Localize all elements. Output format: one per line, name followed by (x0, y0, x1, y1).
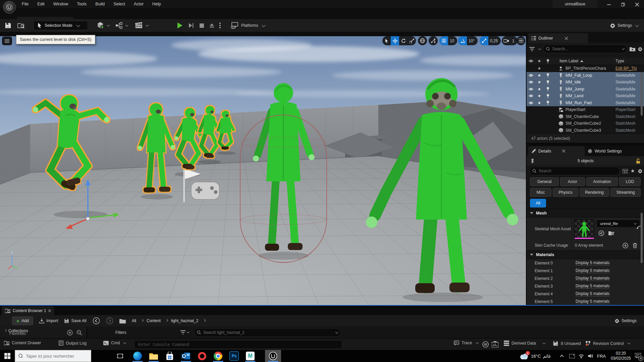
stats-capture-icon[interactable] (492, 341, 498, 348)
star-icon[interactable]: ★ (535, 80, 543, 84)
task-view-button[interactable] (113, 350, 127, 362)
tab-world-settings[interactable]: World Settings (585, 146, 625, 156)
tab-outliner[interactable]: Outliner (528, 33, 588, 43)
eye-icon[interactable] (527, 94, 535, 98)
viewport-options-menu[interactable] (2, 37, 12, 45)
blueprints-button[interactable] (114, 21, 129, 30)
eye-icon[interactable] (527, 87, 535, 91)
close-icon[interactable] (565, 37, 568, 40)
browse-to-asset-icon[interactable] (608, 230, 615, 236)
collection-search-icon[interactable] (76, 330, 83, 336)
menu-file[interactable]: File (17, 0, 33, 8)
cmd-dropdown[interactable]: Cmd (103, 341, 126, 345)
display-materials-link[interactable]: Display 5 materials (576, 291, 609, 296)
column-type-label[interactable]: Type (615, 59, 624, 63)
filter-chip-all[interactable]: All (530, 199, 546, 207)
notification-center-button[interactable]: 4 (632, 350, 644, 362)
tray-language[interactable]: FRA (596, 350, 607, 362)
scale-snap-value[interactable]: 0,25 (488, 39, 501, 43)
eye-icon[interactable] (527, 80, 535, 84)
content-drawer-button[interactable]: Content Drawer (4, 341, 41, 345)
taskbar-chrome[interactable] (211, 350, 225, 362)
filter-chip-animation[interactable]: Animation (586, 177, 618, 186)
visibility-column-eye-icon[interactable] (527, 59, 535, 63)
stop-button[interactable] (197, 21, 206, 30)
favorite-column-star-icon[interactable]: ★ (535, 59, 543, 63)
details-search[interactable] (529, 167, 620, 175)
save-button[interactable] (3, 21, 13, 30)
filter-chip-misc[interactable]: Misc (530, 188, 551, 197)
rotation-snap-pill[interactable]: 10° (458, 36, 478, 45)
skeletal-mesh-asset-dropdown[interactable]: unreal_file (596, 220, 640, 228)
save-all-button[interactable]: Save All (64, 318, 86, 323)
filter-chip-streaming[interactable]: Streaming (610, 188, 641, 197)
tab-details[interactable]: Details (528, 146, 585, 156)
outliner-search[interactable] (543, 45, 627, 53)
tab-content-browser[interactable]: Content Browser 1 (2, 306, 54, 315)
details-settings-gear-icon[interactable] (638, 169, 643, 174)
details-scrollbar[interactable] (641, 213, 643, 263)
taskbar-photoshop[interactable]: Ps (227, 350, 241, 362)
outliner-row-mm-run-fwd[interactable]: ★ MM_Run_Fwd SkeletalMe (527, 100, 644, 107)
content-browser-search-input[interactable] (203, 330, 332, 335)
filter-chip-physics[interactable]: Physics (553, 188, 578, 197)
import-button[interactable]: Import (39, 318, 58, 323)
move-tool-button[interactable] (391, 36, 399, 45)
star-icon[interactable]: ★ (535, 94, 543, 98)
console-command-input[interactable] (138, 342, 339, 347)
display-options-icon[interactable] (623, 169, 628, 173)
play-button[interactable] (175, 21, 184, 30)
filter-chip-rendering[interactable]: Rendering (580, 188, 609, 197)
taskbar-search-box[interactable] (15, 350, 91, 362)
display-materials-link[interactable]: Display 5 materials (576, 299, 609, 304)
cinematics-button[interactable] (133, 21, 150, 30)
skip-frame-button[interactable] (186, 21, 195, 30)
menu-select[interactable]: Select (109, 0, 129, 8)
grid-snap-value[interactable]: 10 (448, 39, 457, 43)
menu-help[interactable]: Help (148, 0, 165, 8)
star-icon[interactable]: ★ (535, 101, 543, 105)
select-tool-button[interactable] (382, 36, 391, 45)
eject-button[interactable] (207, 21, 216, 30)
close-button[interactable] (630, 0, 644, 9)
add-actor-button[interactable] (96, 21, 110, 30)
filter-chip-actor[interactable]: Actor (560, 177, 585, 186)
menu-actor[interactable]: Actor (129, 0, 148, 8)
taskbar-unreal-active[interactable] (265, 350, 281, 362)
derived-data-dropdown[interactable]: Derived Data (504, 341, 545, 346)
pin-icon[interactable] (543, 73, 552, 77)
folder-icon[interactable] (119, 318, 126, 323)
display-materials-link[interactable]: Display 5 materials (576, 284, 609, 289)
settings-dropdown[interactable]: Settings (610, 21, 638, 30)
eye-icon[interactable] (527, 74, 535, 77)
taskbar-edge[interactable] (130, 350, 145, 362)
unlocked-icon[interactable] (636, 159, 640, 164)
add-collection-icon[interactable] (67, 330, 73, 336)
outliner-row-mm-fall-loop[interactable]: ★ MM_Fall_Loop SkeletalMe (527, 72, 644, 79)
maximize-button[interactable] (616, 0, 630, 9)
pin-column-icon[interactable] (543, 59, 552, 63)
skeletal-mesh-thumbnail[interactable] (574, 219, 594, 239)
filter-chip-general[interactable]: General (530, 177, 559, 186)
menu-build[interactable]: Build (91, 0, 109, 8)
unsaved-button[interactable]: 8 Unsaved (553, 341, 581, 346)
filters-label[interactable]: Filters (115, 330, 126, 335)
revision-control-dropdown[interactable]: Revision Control (585, 341, 630, 346)
chevron-down-icon[interactable] (538, 47, 541, 50)
outliner-search-input[interactable] (551, 46, 619, 52)
display-materials-link[interactable]: Display 5 materials (576, 260, 609, 265)
breadcrumb-content[interactable]: Content (147, 318, 161, 323)
platforms-dropdown[interactable]: Platforms (231, 21, 265, 30)
output-log-button[interactable]: Output Log (59, 341, 87, 346)
outliner-row-sm-chamfercube[interactable]: SM_ChamferCube StaticMesh (527, 113, 644, 120)
tray-clock[interactable]: 02:20 03/02/2025 (610, 351, 632, 361)
unreal-logo-icon[interactable] (3, 1, 16, 14)
outliner-row-playerstart[interactable]: PlayerStart PlayerStart (527, 106, 644, 113)
selection-mode-dropdown[interactable]: Selection Mode (34, 21, 88, 30)
menu-tools[interactable]: Tools (72, 0, 91, 8)
menu-window[interactable]: Window (49, 0, 72, 8)
materials-section-header[interactable]: Materials (527, 250, 644, 259)
content-browser-search[interactable] (194, 328, 341, 337)
rotation-snap-value[interactable]: 10° (467, 39, 478, 43)
column-item-label[interactable]: Item Label (559, 59, 578, 63)
